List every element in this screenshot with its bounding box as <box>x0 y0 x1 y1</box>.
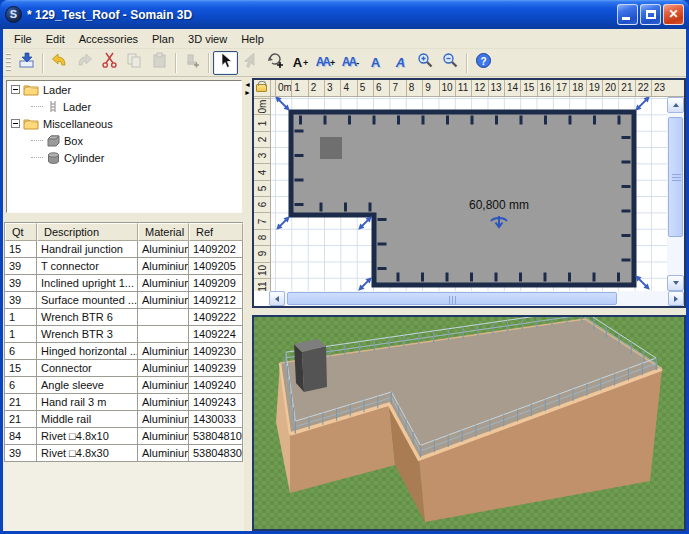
table-row[interactable]: 39Rivet □4.8x30Aluminium53804830 <box>5 445 243 462</box>
tree-node-lader[interactable]: Lader <box>7 98 241 115</box>
view-splitter[interactable]: ▲▼ <box>252 308 686 315</box>
tree-node-cylinder[interactable]: Cylinder <box>7 149 241 166</box>
redo-icon <box>76 52 93 73</box>
table-row[interactable]: 6Angle sleeveAluminium1409240 <box>5 377 243 394</box>
ruler-tick-h: 10 <box>439 80 455 97</box>
cell-description: Hinged horizontal ... <box>37 343 138 360</box>
italic-button[interactable]: A <box>388 51 413 75</box>
collapse-right-icon[interactable]: ► <box>244 89 252 97</box>
column-header-ref[interactable]: Ref <box>189 223 243 241</box>
select-button[interactable] <box>213 51 238 75</box>
table-row[interactable]: 15ConnectorAluminium1409239 <box>5 360 243 377</box>
table-row[interactable]: 39T connectorAluminium1409205 <box>5 258 243 275</box>
ladder-icon <box>47 100 59 113</box>
tree-connector <box>31 157 43 158</box>
ruler-tick-h: 2 <box>308 80 324 97</box>
view-3d[interactable] <box>252 315 686 531</box>
hscroll-thumb[interactable] <box>287 292 617 305</box>
collapse-toggle-icon[interactable] <box>11 119 20 128</box>
table-row[interactable]: 21Hand rail 3 mAluminium1409243 <box>5 394 243 411</box>
arrow-up-icon <box>673 103 679 107</box>
add-text-button[interactable]: A+ <box>288 51 313 75</box>
ruler-tick-h: 16 <box>537 80 553 97</box>
add-accessory-icon <box>184 52 201 73</box>
cell-qt: 39 <box>5 275 37 292</box>
column-header-description[interactable]: Description <box>37 223 138 241</box>
undo-button[interactable] <box>47 51 72 75</box>
menu-item-3d-view[interactable]: 3D view <box>181 31 234 47</box>
table-row[interactable]: 21Middle railAluminium1430033 <box>5 411 243 428</box>
zoom-out-button[interactable] <box>438 51 463 75</box>
cell-qt: 39 <box>5 292 37 309</box>
tree-node-miscellaneous[interactable]: Miscellaneous <box>7 115 241 132</box>
titlebar[interactable]: S * 129_Test_Roof - Somain 3D ✕ <box>0 0 689 29</box>
toolbar-grip-icon[interactable] <box>6 53 11 73</box>
tree-node-lader[interactable]: Lader <box>7 81 241 98</box>
table-row[interactable]: 1Wrench BTR 61409222 <box>5 309 243 326</box>
close-button[interactable]: ✕ <box>663 4 684 25</box>
scroll-down-button[interactable] <box>667 275 684 291</box>
ruler-tick-h: 3 <box>324 80 340 97</box>
table-row[interactable]: 6Hinged horizontal ...Aluminium1409230 <box>5 343 243 360</box>
menu-item-accessories[interactable]: Accessories <box>72 31 145 47</box>
menu-item-file[interactable]: File <box>7 31 39 47</box>
copy-icon <box>126 52 143 73</box>
table-row[interactable]: 15Handrail junctionAluminium1409202 <box>5 241 243 258</box>
column-header-material[interactable]: Material <box>138 223 189 241</box>
cylinder-icon <box>47 152 60 164</box>
rotate-icon <box>267 52 284 73</box>
table-row[interactable]: 1Wrench BTR 31409224 <box>5 326 243 343</box>
ruler-tick-h: 14 <box>504 80 520 97</box>
roof-plan-shape[interactable] <box>291 112 634 285</box>
tree-node-label: Lader <box>59 101 91 113</box>
font-decrease-button[interactable]: AA- <box>338 51 363 75</box>
cell-qt: 21 <box>5 411 37 428</box>
help-button[interactable]: ? <box>471 51 496 75</box>
menu-item-edit[interactable]: Edit <box>39 31 72 47</box>
column-header-qt[interactable]: Qt <box>5 223 37 241</box>
add-text-modifier: + <box>303 58 308 68</box>
maximize-button[interactable] <box>640 4 661 25</box>
ruler-tick-v: 4 <box>254 163 271 179</box>
scroll-up-button[interactable] <box>667 97 684 113</box>
plan-accessory-box[interactable] <box>320 137 342 159</box>
plan-vscrollbar[interactable] <box>667 97 684 291</box>
cell-material: Aluminium <box>138 445 189 462</box>
cell-material: Aluminium <box>138 343 189 360</box>
accessory-tree[interactable]: LaderLaderMiscellaneousBoxCylinder <box>6 80 242 213</box>
scroll-left-button[interactable] <box>269 291 285 306</box>
toolbar: A+AA+AA-AA? <box>3 49 686 77</box>
cell-material: Aluminium <box>138 241 189 258</box>
vscroll-thumb[interactable] <box>668 117 683 237</box>
arrow-down-icon <box>673 281 679 285</box>
menu-item-plan[interactable]: Plan <box>145 31 181 47</box>
cell-description: Angle sleeve <box>37 377 138 394</box>
tree-table-splitter[interactable]: ▲▼ <box>3 213 242 222</box>
collapse-left-icon[interactable]: ◄ <box>244 81 252 89</box>
zoom-in-button[interactable] <box>413 51 438 75</box>
cut-button[interactable] <box>97 51 122 75</box>
cell-qt: 39 <box>5 258 37 275</box>
tree-node-box[interactable]: Box <box>7 132 241 149</box>
rotate-button[interactable] <box>263 51 288 75</box>
plan-2d-view[interactable]: 0m1234567891011121314151617181920212223 … <box>252 78 686 308</box>
cell-ref: 1430033 <box>189 411 243 428</box>
export-button[interactable] <box>14 51 39 75</box>
cell-ref: 1409240 <box>189 377 243 394</box>
minimize-button[interactable] <box>617 4 638 25</box>
scroll-right-button[interactable] <box>668 291 684 306</box>
table-row[interactable]: 39Surface mounted ...Aluminium1409212 <box>5 292 243 309</box>
plan-grid-area[interactable]: 60,800 mm <box>271 97 667 291</box>
collapse-toggle-icon[interactable] <box>11 85 20 94</box>
bold-icon: A <box>371 56 380 69</box>
table-row[interactable]: 84Rivet □4.8x10Aluminium53804810 <box>5 428 243 445</box>
table-row[interactable]: 39Inclined upright 1...Aluminium1409209 <box>5 275 243 292</box>
cell-qt: 21 <box>5 394 37 411</box>
ruler-tick-h: 23 <box>651 80 667 97</box>
vertical-splitter-handle[interactable]: ◄ ► <box>244 81 252 97</box>
font-increase-button[interactable]: AA+ <box>313 51 338 75</box>
menu-item-help[interactable]: Help <box>234 31 271 47</box>
tree-node-label: Lader <box>39 84 71 96</box>
bold-button[interactable]: A <box>363 51 388 75</box>
plan-hscrollbar[interactable] <box>269 291 684 306</box>
